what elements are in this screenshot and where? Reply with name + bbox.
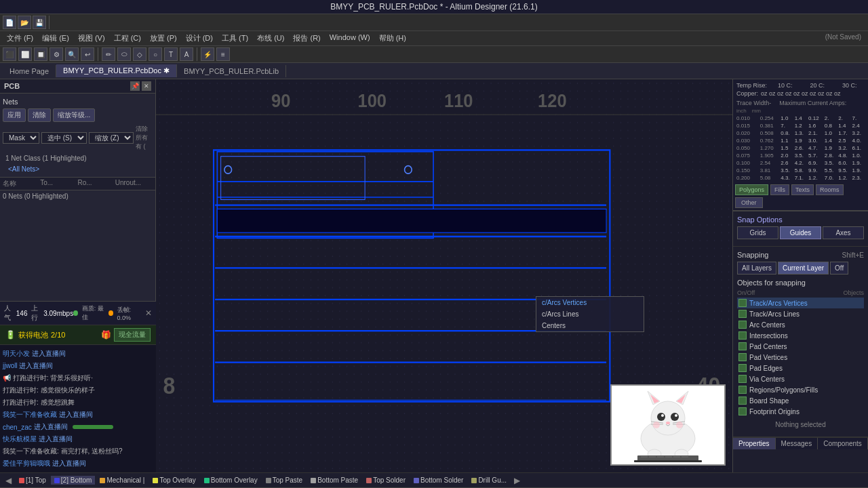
layer-bot-paste[interactable]: Bottom Paste xyxy=(307,476,361,485)
snap-check-3[interactable] xyxy=(738,321,747,329)
menu-route[interactable]: 布线 (U) xyxy=(253,32,288,45)
axes-btn[interactable]: Axes xyxy=(823,226,864,239)
tb-btn-1[interactable]: ⬛ xyxy=(3,47,16,61)
snap-check-1[interactable] xyxy=(738,299,747,307)
snap-obj-10[interactable]: Board Shape xyxy=(737,395,864,406)
tb-btn-12[interactable]: A xyxy=(180,47,193,61)
snap-check-2[interactable] xyxy=(738,310,747,318)
snap-check-11[interactable] xyxy=(738,407,747,415)
menu-file[interactable]: 文件 (F) xyxy=(3,32,37,45)
layer-bar: ◀ [1] Top [2] Bottom Mechanical | Top Ov… xyxy=(0,472,868,487)
panel-pin[interactable]: 📌 xyxy=(130,81,140,91)
loss-label: 丢帧: 0.0% xyxy=(117,306,141,321)
layer-top[interactable]: [1] Top xyxy=(16,476,50,485)
texts-btn[interactable]: Texts xyxy=(791,184,814,195)
tab-components[interactable]: Components xyxy=(818,438,868,449)
snap-obj-9[interactable]: Regions/Polygons/Fills xyxy=(737,384,864,395)
current-layer-btn[interactable]: Current Layer xyxy=(778,262,829,274)
menu-place[interactable]: 放置 (P) xyxy=(146,32,181,45)
menu-design[interactable]: 设计 (D) xyxy=(182,32,217,45)
clear-btn[interactable]: 清除 xyxy=(28,108,51,122)
tb-btn-7[interactable]: ✏ xyxy=(102,47,115,61)
tb-btn-6[interactable]: ↩ xyxy=(81,47,94,61)
snap-obj-1[interactable]: Track/Arcs Vertices xyxy=(737,298,864,308)
snap-check-9[interactable] xyxy=(738,386,747,394)
snap-check-6[interactable] xyxy=(738,353,747,361)
snap-item-1[interactable]: c/Arcs Vertices xyxy=(536,297,644,308)
all-layers-btn[interactable]: All Layers xyxy=(737,262,776,274)
temp-30: 30 C: xyxy=(842,82,857,89)
tab-properties[interactable]: Properties xyxy=(733,438,776,449)
tab-pcblib[interactable]: BMYY_PCB_RULER.PcbLib xyxy=(177,65,286,77)
layer-drill[interactable]: Drill Gu... xyxy=(468,476,510,485)
guides-btn[interactable]: Guides xyxy=(780,226,821,239)
nav-left[interactable]: ◀ xyxy=(3,475,14,486)
menu-tools[interactable]: 工具 (T) xyxy=(218,32,252,45)
tb-btn-3[interactable]: 🔲 xyxy=(34,47,47,61)
toolbar-save[interactable]: 💾 xyxy=(33,16,46,29)
tb-btn-5[interactable]: 🔍 xyxy=(65,47,79,61)
shrink-btn[interactable]: 缩放等级... xyxy=(53,108,95,122)
select-select[interactable]: 选中 (S) xyxy=(41,132,87,144)
apply-btn[interactable]: 应用 xyxy=(3,108,26,122)
panel-close[interactable]: ✕ xyxy=(142,81,151,91)
tab-pcb[interactable]: BMYY_PCB_RULER.PcbDoc ✱ xyxy=(56,64,177,77)
zoom-select[interactable]: 缩放 (Z) xyxy=(89,132,134,144)
tb-route2[interactable]: ≡ xyxy=(216,47,230,61)
menu-project[interactable]: 工程 (C) xyxy=(110,32,145,45)
polygons-btn[interactable]: Polygons xyxy=(735,184,768,195)
menu-help[interactable]: 帮助 (H) xyxy=(375,32,410,45)
menu-view[interactable]: 视图 (V) xyxy=(74,32,109,45)
snap-check-4[interactable] xyxy=(738,331,747,340)
all-nets[interactable]: <All Nets> xyxy=(3,164,153,174)
tb-btn-2[interactable]: ⬜ xyxy=(18,47,32,61)
snap-obj-5[interactable]: Pad Centers xyxy=(737,341,864,352)
snap-obj-4[interactable]: Intersections xyxy=(737,330,864,341)
mask-select[interactable]: Mask xyxy=(3,132,39,144)
tb-btn-11[interactable]: T xyxy=(164,47,178,61)
snap-check-5[interactable] xyxy=(738,342,747,350)
menu-window[interactable]: Window (W) xyxy=(326,32,374,45)
tb-btn-10[interactable]: ○ xyxy=(149,47,162,61)
tb-btn-9[interactable]: ◇ xyxy=(133,47,146,61)
off-btn[interactable]: Off xyxy=(830,262,848,274)
rooms-btn[interactable]: Rooms xyxy=(816,184,844,195)
snap-item-3[interactable]: Centers xyxy=(536,320,644,331)
snap-check-10[interactable] xyxy=(738,396,747,405)
snap-obj-7[interactable]: Pad Edges xyxy=(737,363,864,373)
tb-btn-4[interactable]: ⚙ xyxy=(50,47,63,61)
snap-obj-3[interactable]: Arc Centers xyxy=(737,319,864,330)
tab-messages[interactable]: Messages xyxy=(776,438,818,449)
layer-bot-overlay[interactable]: Bottom Overlay xyxy=(201,476,261,485)
layer-mech[interactable]: Mechanical | xyxy=(96,476,148,485)
menu-edit[interactable]: 编辑 (E) xyxy=(38,32,73,45)
snap-check-7[interactable] xyxy=(738,364,747,372)
grids-btn[interactable]: Grids xyxy=(737,226,778,239)
toolbar-new[interactable]: 📄 xyxy=(3,16,16,29)
layer-top-solder[interactable]: Top Solder xyxy=(363,476,409,485)
nav-right[interactable]: ▶ xyxy=(511,475,523,486)
menu-report[interactable]: 报告 (R) xyxy=(289,32,324,45)
layer-top-overlay[interactable]: Top Overlay xyxy=(149,476,199,485)
fills-btn[interactable]: Fills xyxy=(770,184,789,195)
chat-msg-9: 我笑一下准备收藏: 画完打样, 送粉丝吗? xyxy=(3,445,153,458)
snap-check-8[interactable] xyxy=(738,375,747,383)
layer-bottom[interactable]: [2] Bottom xyxy=(51,476,96,485)
tb-btn-8[interactable]: ⬭ xyxy=(117,47,131,61)
snap-obj-8[interactable]: Via Centers xyxy=(737,373,864,384)
tb-route[interactable]: ⚡ xyxy=(201,47,214,61)
snap-item-2[interactable]: c/Arcs Lines xyxy=(536,308,644,320)
layer-top-paste[interactable]: Top Paste xyxy=(262,476,306,485)
toolbar-open[interactable]: 📂 xyxy=(18,16,31,29)
tab-home[interactable]: Home Page xyxy=(3,65,56,77)
copper-vals: oz oz oz oz oz oz oz oz oz oz xyxy=(761,90,841,97)
layer-bot-solder-label: Bottom Solder xyxy=(420,476,463,484)
reward-btn[interactable]: 现全流量 xyxy=(114,328,151,342)
live-close[interactable]: ✕ xyxy=(145,308,152,318)
snap-obj-2[interactable]: Track/Arcs Lines xyxy=(737,308,864,319)
snap-obj-6[interactable]: Pad Vertices xyxy=(737,352,864,363)
canvas-area[interactable]: 90 100 110 120 8 40 xyxy=(156,79,732,472)
snap-obj-11[interactable]: Footprint Origins xyxy=(737,406,864,417)
other-btn[interactable]: Other xyxy=(735,197,763,208)
layer-bot-solder[interactable]: Bottom Solder xyxy=(410,476,467,485)
